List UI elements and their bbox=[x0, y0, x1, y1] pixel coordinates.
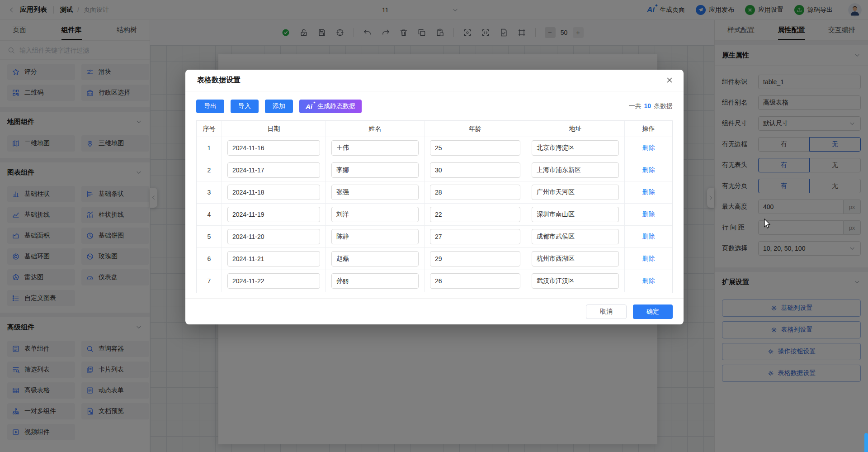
panel-scrollbar-thumb[interactable] bbox=[864, 433, 868, 452]
delete-link[interactable]: 删除 bbox=[642, 166, 655, 174]
name-input[interactable] bbox=[331, 207, 419, 222]
date-input[interactable] bbox=[227, 273, 320, 289]
name-input[interactable] bbox=[331, 185, 419, 200]
delete-link[interactable]: 删除 bbox=[642, 210, 655, 219]
data-table: 序号日期姓名年龄地址操作 1删除2删除3删除4删除5删除6删除7删除 bbox=[196, 120, 673, 293]
ai-generate-label: 生成静态数据 bbox=[317, 102, 355, 110]
age-input[interactable] bbox=[430, 273, 520, 289]
date-input[interactable] bbox=[227, 185, 320, 200]
row-index: 4 bbox=[197, 204, 222, 225]
cancel-button[interactable]: 取消 bbox=[586, 305, 627, 319]
delete-link[interactable]: 删除 bbox=[642, 277, 655, 285]
name-input[interactable] bbox=[331, 251, 419, 266]
address-input[interactable] bbox=[532, 251, 619, 266]
table-header: 日期 bbox=[222, 121, 326, 137]
table-row: 2删除 bbox=[197, 159, 672, 181]
ai-icon: Ai bbox=[306, 103, 314, 110]
table-row: 3删除 bbox=[197, 181, 672, 204]
address-input[interactable] bbox=[532, 273, 619, 289]
delete-link[interactable]: 删除 bbox=[642, 188, 655, 196]
row-index: 3 bbox=[197, 181, 222, 203]
modal-title: 表格数据设置 bbox=[197, 76, 241, 85]
confirm-button[interactable]: 确定 bbox=[633, 305, 673, 319]
row-index: 2 bbox=[197, 159, 222, 181]
table-header: 地址 bbox=[526, 121, 625, 137]
row-index: 7 bbox=[197, 270, 222, 292]
close-icon[interactable] bbox=[665, 76, 674, 84]
导出-button[interactable]: 导出 bbox=[196, 100, 224, 113]
table-row: 7删除 bbox=[197, 270, 672, 292]
name-input[interactable] bbox=[331, 162, 419, 178]
address-input[interactable] bbox=[532, 162, 619, 178]
row-index: 1 bbox=[197, 137, 222, 159]
table-row: 4删除 bbox=[197, 204, 672, 226]
table-row: 5删除 bbox=[197, 226, 672, 248]
age-input[interactable] bbox=[430, 207, 520, 222]
name-input[interactable] bbox=[331, 229, 419, 244]
delete-link[interactable]: 删除 bbox=[642, 144, 655, 152]
name-input[interactable] bbox=[331, 140, 419, 156]
address-input[interactable] bbox=[532, 140, 619, 156]
age-input[interactable] bbox=[430, 140, 520, 156]
date-input[interactable] bbox=[227, 251, 320, 266]
date-input[interactable] bbox=[227, 207, 320, 222]
date-input[interactable] bbox=[227, 162, 320, 178]
delete-link[interactable]: 删除 bbox=[642, 233, 655, 241]
添加-button[interactable]: 添加 bbox=[265, 100, 293, 113]
name-input[interactable] bbox=[331, 273, 419, 289]
row-index: 5 bbox=[197, 226, 222, 247]
modal-header: 表格数据设置 bbox=[185, 70, 684, 91]
date-input[interactable] bbox=[227, 140, 320, 156]
table-header: 年龄 bbox=[425, 121, 526, 137]
table-row: 6删除 bbox=[197, 248, 672, 270]
age-input[interactable] bbox=[430, 162, 520, 178]
address-input[interactable] bbox=[532, 185, 619, 200]
table-row: 1删除 bbox=[197, 137, 672, 159]
modal-footer: 取消 确定 bbox=[185, 298, 684, 324]
age-input[interactable] bbox=[430, 229, 520, 244]
table-header: 姓名 bbox=[326, 121, 425, 137]
delete-link[interactable]: 删除 bbox=[642, 255, 655, 263]
date-input[interactable] bbox=[227, 229, 320, 244]
table-header: 操作 bbox=[625, 121, 672, 137]
app-root: 应用列表 测试 / 页面设计 11 Ai生成页面应用发布应用设置源码导出 页面组… bbox=[0, 0, 868, 452]
age-input[interactable] bbox=[430, 185, 520, 200]
address-input[interactable] bbox=[532, 207, 619, 222]
导入-button[interactable]: 导入 bbox=[231, 100, 259, 113]
ai-generate-button[interactable]: Ai 生成静态数据 bbox=[299, 100, 362, 113]
table-data-modal: 表格数据设置 导出导入添加 Ai 生成静态数据 一共 10 条数据 序号日期姓名… bbox=[185, 70, 684, 324]
age-input[interactable] bbox=[430, 251, 520, 266]
table-header: 序号 bbox=[197, 121, 222, 137]
row-index: 6 bbox=[197, 248, 222, 270]
record-count: 一共 10 条数据 bbox=[629, 102, 673, 110]
address-input[interactable] bbox=[532, 229, 619, 244]
modal-toolbar: 导出导入添加 Ai 生成静态数据 一共 10 条数据 bbox=[185, 91, 684, 113]
